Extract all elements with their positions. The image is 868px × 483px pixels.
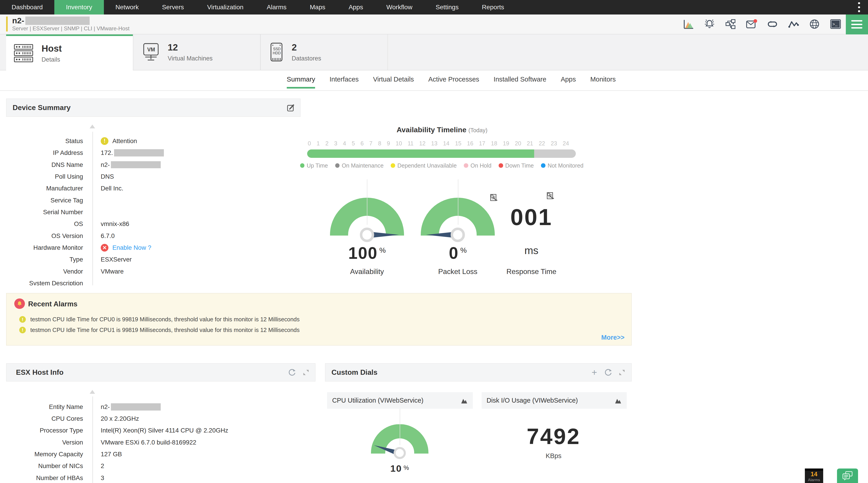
device-meta: Server | ESXServer | SNMP | CLI | VMware…	[12, 25, 129, 32]
device-summary-fields: Status!Attention IP Address172. DNS Name…	[17, 135, 296, 285]
timeline-hour-labels: 0123456789101112131415161718192021222324	[308, 140, 569, 147]
error-status-icon: ✕	[101, 244, 108, 251]
device-summary-title: Device Summary	[13, 103, 71, 112]
mail-notification-icon[interactable]	[746, 18, 757, 30]
alarm-bell-icon[interactable]	[704, 18, 715, 30]
cpu-utilization-card: CPU Utilization (VIWebService)	[327, 392, 473, 409]
redacted-value	[111, 403, 161, 411]
more-alarms-link[interactable]: More>>	[601, 334, 625, 341]
recent-alarms-title: Recent Alarms	[28, 300, 78, 308]
chart-icon[interactable]	[615, 397, 622, 404]
field-row: IP Address172.	[17, 147, 296, 159]
alarm-row[interactable]: !testmon CPU Idle Time for CPU0 is 99819…	[19, 316, 300, 323]
alarm-row[interactable]: !testmon CPU Idle Time for CPU1 is 99819…	[19, 327, 300, 333]
tab-host-subtitle: Details	[41, 56, 60, 63]
disk-io-card: Disk I/O Usage (VIWebService)	[482, 392, 627, 409]
chat-icon	[841, 471, 854, 481]
hour-label: 4	[343, 140, 346, 147]
globe-icon[interactable]	[809, 18, 820, 30]
device-summary-header: Device Summary	[6, 98, 301, 117]
hour-label: 13	[431, 140, 437, 147]
nav-network[interactable]: Network	[104, 0, 151, 14]
field-row: Status!Attention	[17, 135, 296, 147]
field-row: Entity Namen2-	[17, 401, 310, 413]
report-icon[interactable]	[546, 191, 555, 201]
nav-virtualization[interactable]: Virtualization	[195, 0, 255, 14]
subtab-active-processes[interactable]: Active Processes	[428, 76, 479, 89]
warning-icon: !	[19, 327, 26, 333]
nav-workflow[interactable]: Workflow	[375, 0, 424, 14]
kebab-menu-icon[interactable]	[856, 2, 862, 12]
legend-up-time: Up Time	[300, 162, 328, 169]
subtab-monitors[interactable]: Monitors	[590, 76, 616, 89]
loop-link-icon[interactable]	[767, 18, 778, 30]
legend-dependent-unavailable: Dependent Unavailable	[391, 162, 457, 169]
refresh-icon[interactable]	[604, 368, 613, 376]
scroll-up-hint[interactable]	[90, 390, 95, 394]
add-dial-icon[interactable]: +	[590, 368, 599, 376]
enable-now-link[interactable]: Enable Now ?	[112, 244, 151, 251]
availability-timeline-bar	[307, 149, 576, 158]
subtab-interfaces[interactable]: Interfaces	[330, 76, 359, 89]
terminal-icon[interactable]: >_	[830, 18, 841, 30]
summary-subtabs: Summary Interfaces Virtual Details Activ…	[287, 76, 616, 89]
custom-dials-header: Custom Dials +	[325, 363, 632, 382]
nav-alarms[interactable]: Alarms	[255, 0, 298, 14]
field-row: Poll UsingDNS	[17, 171, 296, 182]
svg-text:SSD: SSD	[273, 47, 281, 51]
hour-label: 23	[551, 140, 557, 147]
hour-label: 3	[334, 140, 337, 147]
hour-label: 24	[563, 140, 569, 147]
device-name: n2-	[12, 16, 90, 25]
refresh-icon[interactable]	[288, 368, 296, 376]
edit-icon[interactable]	[287, 103, 295, 112]
field-row: VersionVMware ESXi 6.7.0 build-8169922	[17, 436, 310, 448]
subtab-apps[interactable]: Apps	[561, 76, 576, 89]
scroll-up-hint[interactable]	[90, 125, 95, 128]
area-chart-icon[interactable]	[683, 18, 694, 30]
cpu-utilization-card-title: CPU Utilization (VIWebService)	[332, 397, 423, 404]
menu-icon[interactable]	[846, 14, 868, 34]
tab-datastore-count: 2	[292, 42, 297, 53]
response-time-unit: ms	[470, 244, 592, 256]
field-row: System Description	[17, 277, 296, 285]
nav-settings[interactable]: Settings	[424, 0, 470, 14]
tab-host-details[interactable]: HostDetails	[6, 34, 133, 71]
availability-timeline-title: Availability Timeline (Today)	[308, 126, 576, 134]
nav-maps[interactable]: Maps	[298, 0, 337, 14]
field-row: CPU Cores20 x 2.20GHz	[17, 413, 310, 425]
nav-servers[interactable]: Servers	[150, 0, 195, 14]
hour-label: 2	[325, 140, 329, 147]
legend-on-hold: On Hold	[464, 162, 491, 169]
expand-icon[interactable]	[302, 368, 310, 376]
legend-on-maintenance: On Maintenance	[335, 162, 384, 169]
attention-status-icon: !	[101, 137, 108, 145]
tab-datastore-label: Datastores	[292, 55, 321, 62]
hour-label: 5	[352, 140, 355, 147]
opmanager-app: Dashboard Inventory Network Servers Virt…	[0, 0, 868, 483]
expand-icon[interactable]	[618, 368, 626, 376]
datastore-icon: SSDHDD	[269, 42, 285, 62]
tab-virtual-machines[interactable]: VM 12Virtual Machines	[133, 34, 260, 70]
pulse-icon[interactable]	[788, 18, 799, 30]
workflow-icon[interactable]	[724, 18, 736, 30]
nav-apps[interactable]: Apps	[337, 0, 375, 14]
subtab-summary[interactable]: Summary	[287, 76, 315, 89]
nav-dashboard[interactable]: Dashboard	[0, 0, 54, 14]
hour-label: 12	[419, 140, 426, 147]
subtab-virtual-details[interactable]: Virtual Details	[373, 76, 414, 89]
esx-host-info-header: ESX Host Info	[6, 363, 315, 382]
alarm-count-widget[interactable]: 14 Alarms	[805, 469, 823, 483]
header-icon-row: >_	[683, 18, 841, 30]
cpu-utilization-value: 10%	[344, 463, 455, 474]
tab-datastores[interactable]: SSDHDD 2Datastores	[261, 34, 387, 70]
report-icon[interactable]	[489, 193, 498, 202]
status-accent-bar	[6, 17, 8, 31]
warning-icon: !	[19, 316, 26, 323]
nav-reports[interactable]: Reports	[470, 0, 516, 14]
chart-icon[interactable]	[461, 397, 468, 404]
chat-widget[interactable]	[837, 469, 858, 483]
nav-inventory[interactable]: Inventory	[54, 0, 104, 14]
subtab-installed-software[interactable]: Installed Software	[494, 76, 547, 89]
field-row: Number of NICs2	[17, 460, 310, 472]
